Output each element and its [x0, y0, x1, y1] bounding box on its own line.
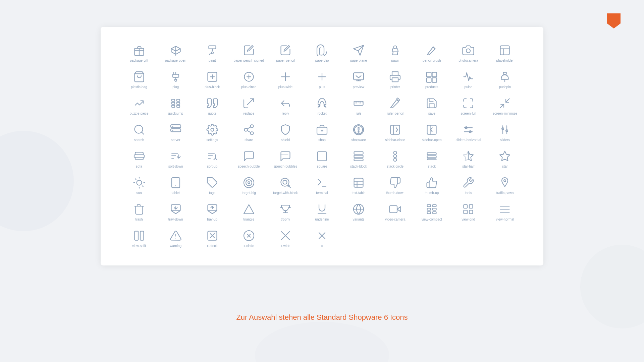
- icon-item-tray-down[interactable]: tray-down: [157, 199, 194, 226]
- icon-item-shopware[interactable]: shopware: [340, 120, 377, 146]
- icon-item-reply[interactable]: reply: [267, 93, 304, 120]
- icon-item-paper-pencil-signed[interactable]: paper-pencil- signed: [230, 40, 267, 67]
- icon-item-quote[interactable]: quote: [194, 93, 230, 120]
- icon-item-server[interactable]: server: [157, 120, 194, 146]
- icon-item-text-table[interactable]: text-table: [340, 173, 377, 199]
- icon-item-screen-minimize[interactable]: screen-minimize: [487, 93, 523, 120]
- svg-rect-38: [177, 105, 180, 107]
- icon-item-rule[interactable]: rule: [340, 93, 377, 120]
- icon-item-plus[interactable]: plus: [304, 67, 340, 93]
- icon-item-pushpin[interactable]: pushpin: [487, 67, 523, 93]
- icon-item-sofa[interactable]: sofa: [121, 146, 157, 173]
- icon-item-ruler-pencil[interactable]: ruler-pencil: [377, 93, 414, 120]
- icon-item-stack-circle[interactable]: stack-circle: [377, 146, 414, 173]
- icon-item-video-camera[interactable]: video-camera: [377, 199, 414, 226]
- icon-item-tools[interactable]: tools: [450, 173, 487, 199]
- icon-item-triangle[interactable]: triangle: [230, 199, 267, 226]
- icon-item-plus-block[interactable]: plus-block: [194, 67, 230, 93]
- icon-item-underline[interactable]: underline: [304, 199, 340, 226]
- icon-item-sort-up[interactable]: sort-up: [194, 146, 230, 173]
- icon-item-x-circle[interactable]: x-circle: [230, 226, 267, 252]
- icon-item-share[interactable]: share: [230, 120, 267, 146]
- icon-item-screen-full[interactable]: screen-full: [450, 93, 487, 120]
- icon-item-plus-wide[interactable]: plus-wide: [267, 67, 304, 93]
- icon-item-sliders[interactable]: sliders: [487, 120, 523, 146]
- icon-item-view-split[interactable]: view-split: [121, 226, 157, 252]
- preview-icon: [353, 71, 365, 83]
- icon-item-products[interactable]: products: [414, 67, 450, 93]
- icon-item-pawn[interactable]: pawn: [377, 40, 414, 67]
- stack-block-label: stack-block: [350, 164, 367, 169]
- icon-item-plastic-bag[interactable]: plastic-bag: [121, 67, 157, 93]
- speech-bubble-icon: [243, 150, 255, 162]
- shield-icon: [279, 124, 291, 136]
- icon-item-square[interactable]: square: [304, 146, 340, 173]
- icon-item-x-block[interactable]: x-block: [194, 226, 230, 252]
- icon-item-speech-bubbles[interactable]: speech-bubbles: [267, 146, 304, 173]
- icon-item-trash[interactable]: trash: [121, 199, 157, 226]
- icon-item-trophy[interactable]: trophy: [267, 199, 304, 226]
- icon-item-target-with-block[interactable]: target-with-block: [267, 173, 304, 199]
- icon-item-x-wide[interactable]: x-wide: [267, 226, 304, 252]
- thumb-down-label: thumb-down: [386, 191, 405, 195]
- icon-item-plus-circle[interactable]: plus-circle: [230, 67, 267, 93]
- icon-item-package-gift[interactable]: package-gift: [121, 40, 157, 67]
- icon-item-tablet[interactable]: tablet: [157, 173, 194, 199]
- icon-item-star[interactable]: star: [487, 146, 523, 173]
- icon-item-stack[interactable]: stack: [414, 146, 450, 173]
- icon-item-placeholder[interactable]: placeholder: [487, 40, 523, 67]
- icon-item-photocamera[interactable]: photocamera: [450, 40, 487, 67]
- icon-item-pulse[interactable]: pulse: [450, 67, 487, 93]
- icon-item-variants[interactable]: variants: [340, 199, 377, 226]
- icon-item-target-big[interactable]: target-big: [230, 173, 267, 199]
- svg-point-51: [172, 130, 173, 131]
- pawn-label: pawn: [391, 58, 399, 63]
- icon-item-view-grid[interactable]: view-grid: [450, 199, 487, 226]
- icon-item-paint[interactable]: paint: [194, 40, 230, 67]
- icon-item-paperplane[interactable]: paperplane: [340, 40, 377, 67]
- package-open-icon: [170, 44, 182, 56]
- icon-item-save[interactable]: save: [414, 93, 450, 120]
- icon-item-rocket[interactable]: rocket: [304, 93, 340, 120]
- icon-item-printer[interactable]: printer: [377, 67, 414, 93]
- icon-item-terminal[interactable]: terminal: [304, 173, 340, 199]
- icon-item-settings[interactable]: settings: [194, 120, 230, 146]
- icon-item-sidebar-open[interactable]: sidebar-open: [414, 120, 450, 146]
- icon-item-preview[interactable]: preview: [340, 67, 377, 93]
- icon-item-view-normal[interactable]: view-normal: [487, 199, 523, 226]
- icon-item-shop[interactable]: shop: [304, 120, 340, 146]
- icon-item-sort-down[interactable]: sort-down: [157, 146, 194, 173]
- icon-item-quickjump[interactable]: quickjump: [157, 93, 194, 120]
- text-table-icon: [353, 177, 365, 189]
- icon-item-search[interactable]: search: [121, 120, 157, 146]
- deco-bottom: [255, 322, 389, 362]
- bottom-text: Zur Auswahl stehen alle Standard Shopwar…: [0, 313, 644, 322]
- icon-item-sun[interactable]: sun: [121, 173, 157, 199]
- icon-item-paper-pencil[interactable]: paper-pencil: [267, 40, 304, 67]
- icon-item-replace[interactable]: replace: [230, 93, 267, 120]
- stack-icon: [426, 150, 438, 162]
- icon-item-plug[interactable]: plug: [157, 67, 194, 93]
- svg-rect-88: [427, 153, 436, 155]
- icon-item-warning[interactable]: warning: [157, 226, 194, 252]
- icon-item-tray-up[interactable]: tray-up: [194, 199, 230, 226]
- icon-item-star-half[interactable]: star-half: [450, 146, 487, 173]
- icon-item-thumb-down[interactable]: thumb-down: [377, 173, 414, 199]
- icon-item-sliders-horizontal[interactable]: sliders-horizontal: [450, 120, 487, 146]
- screen-full-icon: [462, 97, 474, 109]
- icon-item-traffic-pawn[interactable]: traffic-pawn: [487, 173, 523, 199]
- icon-item-paperclip[interactable]: paperclip: [304, 40, 340, 67]
- icon-item-pencil-brush[interactable]: pencil-brush: [414, 40, 450, 67]
- icon-item-x[interactable]: x: [304, 226, 340, 252]
- icon-item-stack-block[interactable]: stack-block: [340, 146, 377, 173]
- icon-item-view-compact[interactable]: view-compact: [414, 199, 450, 226]
- icon-item-sidebar-close[interactable]: sidebar-close: [377, 120, 414, 146]
- icon-item-shield[interactable]: shield: [267, 120, 304, 146]
- icon-item-thumb-up[interactable]: thumb-up: [414, 173, 450, 199]
- icon-item-puzzle-piece[interactable]: puzzle-piece: [121, 93, 157, 120]
- products-icon: [426, 71, 438, 83]
- svg-marker-122: [397, 207, 401, 212]
- icon-item-package-open[interactable]: package-open: [157, 40, 194, 67]
- icon-item-speech-bubble[interactable]: speech-bubble: [230, 146, 267, 173]
- icon-item-tags[interactable]: tags: [194, 173, 230, 199]
